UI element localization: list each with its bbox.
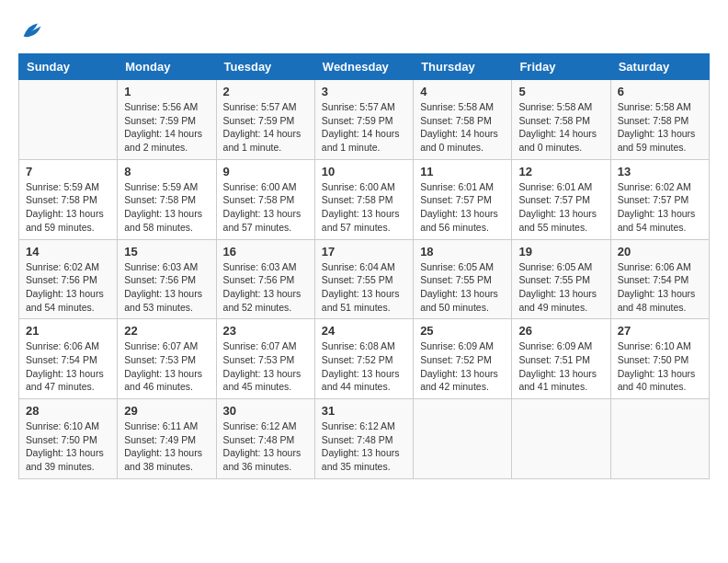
calendar-cell: 30Sunrise: 6:12 AMSunset: 7:48 PMDayligh… <box>216 399 314 479</box>
day-info: Sunrise: 5:57 AMSunset: 7:59 PMDaylight:… <box>223 100 308 155</box>
calendar-week-row: 7Sunrise: 5:59 AMSunset: 7:58 PMDaylight… <box>19 159 710 239</box>
calendar-cell: 23Sunrise: 6:07 AMSunset: 7:53 PMDayligh… <box>216 319 314 399</box>
calendar-cell: 26Sunrise: 6:09 AMSunset: 7:51 PMDayligh… <box>512 319 610 399</box>
calendar-week-row: 28Sunrise: 6:10 AMSunset: 7:50 PMDayligh… <box>19 399 710 479</box>
day-number: 21 <box>26 324 110 338</box>
day-number: 5 <box>518 85 603 98</box>
day-info: Sunrise: 6:12 AMSunset: 7:48 PMDaylight:… <box>322 419 406 474</box>
day-of-week-header: Thursday <box>414 54 512 80</box>
day-number: 31 <box>322 404 406 418</box>
day-number: 26 <box>518 324 603 338</box>
calendar-week-row: 21Sunrise: 6:06 AMSunset: 7:54 PMDayligh… <box>19 319 710 399</box>
day-of-week-header: Sunday <box>19 54 118 80</box>
day-info: Sunrise: 6:01 AMSunset: 7:57 PMDaylight:… <box>420 180 505 235</box>
day-info: Sunrise: 6:05 AMSunset: 7:55 PMDaylight:… <box>518 260 603 315</box>
calendar-cell: 18Sunrise: 6:05 AMSunset: 7:55 PMDayligh… <box>414 239 512 319</box>
calendar-cell <box>414 399 512 479</box>
day-info: Sunrise: 6:09 AMSunset: 7:52 PMDaylight:… <box>420 339 505 394</box>
calendar-cell: 12Sunrise: 6:01 AMSunset: 7:57 PMDayligh… <box>512 159 610 239</box>
page-header <box>18 18 710 44</box>
day-of-week-header: Wednesday <box>314 54 413 80</box>
day-info: Sunrise: 6:00 AMSunset: 7:58 PMDaylight:… <box>322 180 406 235</box>
day-of-week-header: Tuesday <box>216 54 314 80</box>
day-info: Sunrise: 5:59 AMSunset: 7:58 PMDaylight:… <box>124 180 209 235</box>
calendar-cell: 24Sunrise: 6:08 AMSunset: 7:52 PMDayligh… <box>314 319 413 399</box>
day-number: 10 <box>322 165 406 178</box>
day-info: Sunrise: 6:09 AMSunset: 7:51 PMDaylight:… <box>518 339 603 394</box>
day-info: Sunrise: 6:02 AMSunset: 7:56 PMDaylight:… <box>26 260 110 315</box>
calendar-cell: 27Sunrise: 6:10 AMSunset: 7:50 PMDayligh… <box>610 319 709 399</box>
calendar-week-row: 1Sunrise: 5:56 AMSunset: 7:59 PMDaylight… <box>19 80 710 160</box>
day-of-week-header: Friday <box>512 54 610 80</box>
calendar-cell <box>512 399 610 479</box>
day-info: Sunrise: 6:00 AMSunset: 7:58 PMDaylight:… <box>223 180 308 235</box>
day-info: Sunrise: 5:56 AMSunset: 7:59 PMDaylight:… <box>124 100 209 155</box>
day-number: 4 <box>420 85 505 98</box>
calendar-cell: 28Sunrise: 6:10 AMSunset: 7:50 PMDayligh… <box>19 399 118 479</box>
calendar-cell: 7Sunrise: 5:59 AMSunset: 7:58 PMDaylight… <box>19 159 118 239</box>
calendar-cell: 20Sunrise: 6:06 AMSunset: 7:54 PMDayligh… <box>610 239 709 319</box>
calendar-cell: 25Sunrise: 6:09 AMSunset: 7:52 PMDayligh… <box>414 319 512 399</box>
day-info: Sunrise: 5:58 AMSunset: 7:58 PMDaylight:… <box>420 100 505 155</box>
calendar-week-row: 14Sunrise: 6:02 AMSunset: 7:56 PMDayligh… <box>19 239 710 319</box>
calendar-cell: 21Sunrise: 6:06 AMSunset: 7:54 PMDayligh… <box>19 319 118 399</box>
day-info: Sunrise: 6:06 AMSunset: 7:54 PMDaylight:… <box>618 260 702 315</box>
day-number: 13 <box>618 165 702 178</box>
calendar-cell: 29Sunrise: 6:11 AMSunset: 7:49 PMDayligh… <box>118 399 216 479</box>
day-number: 15 <box>124 245 209 259</box>
day-info: Sunrise: 5:58 AMSunset: 7:58 PMDaylight:… <box>618 100 702 155</box>
day-number: 16 <box>223 245 308 259</box>
day-number: 20 <box>618 245 702 259</box>
logo <box>18 18 48 44</box>
calendar-cell: 3Sunrise: 5:57 AMSunset: 7:59 PMDaylight… <box>314 80 413 160</box>
day-info: Sunrise: 6:12 AMSunset: 7:48 PMDaylight:… <box>223 419 308 474</box>
day-number: 14 <box>26 245 110 259</box>
day-number: 3 <box>322 85 406 98</box>
calendar-cell: 11Sunrise: 6:01 AMSunset: 7:57 PMDayligh… <box>414 159 512 239</box>
day-info: Sunrise: 6:07 AMSunset: 7:53 PMDaylight:… <box>124 339 209 394</box>
day-info: Sunrise: 6:01 AMSunset: 7:57 PMDaylight:… <box>518 180 603 235</box>
calendar-cell: 22Sunrise: 6:07 AMSunset: 7:53 PMDayligh… <box>118 319 216 399</box>
calendar-cell: 15Sunrise: 6:03 AMSunset: 7:56 PMDayligh… <box>118 239 216 319</box>
day-number: 22 <box>124 324 209 338</box>
calendar-cell: 1Sunrise: 5:56 AMSunset: 7:59 PMDaylight… <box>118 80 216 160</box>
day-number: 1 <box>124 85 209 98</box>
day-number: 28 <box>26 404 110 418</box>
calendar-cell: 14Sunrise: 6:02 AMSunset: 7:56 PMDayligh… <box>19 239 118 319</box>
day-info: Sunrise: 6:03 AMSunset: 7:56 PMDaylight:… <box>223 260 308 315</box>
day-of-week-header: Monday <box>118 54 216 80</box>
day-number: 18 <box>420 245 505 259</box>
day-info: Sunrise: 6:11 AMSunset: 7:49 PMDaylight:… <box>124 419 209 474</box>
day-info: Sunrise: 6:03 AMSunset: 7:56 PMDaylight:… <box>124 260 209 315</box>
day-number: 6 <box>618 85 702 98</box>
calendar-cell: 17Sunrise: 6:04 AMSunset: 7:55 PMDayligh… <box>314 239 413 319</box>
calendar-cell: 10Sunrise: 6:00 AMSunset: 7:58 PMDayligh… <box>314 159 413 239</box>
calendar-header: SundayMondayTuesdayWednesdayThursdayFrid… <box>19 54 710 80</box>
day-number: 30 <box>223 404 308 418</box>
calendar-body: 1Sunrise: 5:56 AMSunset: 7:59 PMDaylight… <box>19 80 710 479</box>
calendar-cell: 2Sunrise: 5:57 AMSunset: 7:59 PMDaylight… <box>216 80 314 160</box>
calendar-cell <box>19 80 118 160</box>
day-number: 11 <box>420 165 505 178</box>
calendar-cell <box>610 399 709 479</box>
day-number: 9 <box>223 165 308 178</box>
day-number: 29 <box>124 404 209 418</box>
day-of-week-header: Saturday <box>610 54 709 80</box>
day-number: 12 <box>518 165 603 178</box>
day-number: 2 <box>223 85 308 98</box>
day-info: Sunrise: 6:10 AMSunset: 7:50 PMDaylight:… <box>26 419 110 474</box>
day-info: Sunrise: 6:04 AMSunset: 7:55 PMDaylight:… <box>322 260 406 315</box>
calendar-cell: 13Sunrise: 6:02 AMSunset: 7:57 PMDayligh… <box>610 159 709 239</box>
day-number: 23 <box>223 324 308 338</box>
day-number: 8 <box>124 165 209 178</box>
calendar-cell: 31Sunrise: 6:12 AMSunset: 7:48 PMDayligh… <box>314 399 413 479</box>
day-info: Sunrise: 5:57 AMSunset: 7:59 PMDaylight:… <box>322 100 406 155</box>
day-info: Sunrise: 6:02 AMSunset: 7:57 PMDaylight:… <box>618 180 702 235</box>
calendar-cell: 16Sunrise: 6:03 AMSunset: 7:56 PMDayligh… <box>216 239 314 319</box>
day-number: 27 <box>618 324 702 338</box>
calendar-cell: 8Sunrise: 5:59 AMSunset: 7:58 PMDaylight… <box>118 159 216 239</box>
day-info: Sunrise: 5:58 AMSunset: 7:58 PMDaylight:… <box>518 100 603 155</box>
calendar-cell: 9Sunrise: 6:00 AMSunset: 7:58 PMDaylight… <box>216 159 314 239</box>
day-info: Sunrise: 6:08 AMSunset: 7:52 PMDaylight:… <box>322 339 406 394</box>
calendar-cell: 19Sunrise: 6:05 AMSunset: 7:55 PMDayligh… <box>512 239 610 319</box>
